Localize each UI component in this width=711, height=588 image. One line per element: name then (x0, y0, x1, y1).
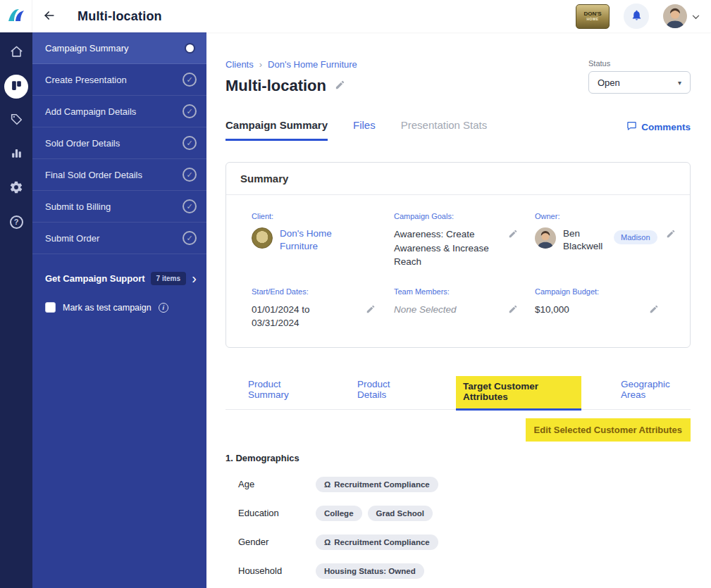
attribute-label: Gender (238, 537, 316, 547)
pencil-icon (366, 304, 376, 316)
avatar (663, 4, 687, 28)
rail-item-settings[interactable] (4, 176, 28, 200)
breadcrumb: Clients › Don's Home Furniture (225, 59, 357, 70)
edit-team-button[interactable] (507, 303, 519, 318)
check-circle-icon: ✓ (183, 104, 197, 118)
subtab-geographic-areas[interactable]: Geographic Areas (621, 379, 691, 409)
sidebar-item-campaign-summary[interactable]: Campaign Summary (32, 32, 206, 64)
pill-text: Grad School (376, 509, 424, 518)
summary-dates: Start/End Dates: 01/01/2024 to 03/31/202… (252, 287, 394, 330)
dates-label: Start/End Dates: (252, 287, 394, 296)
topbar: Multi-location DON'S HOME (0, 0, 711, 32)
tab-files[interactable]: Files (353, 119, 376, 141)
rail-item-help[interactable]: ? (4, 210, 28, 234)
breadcrumb-client-name[interactable]: Don's Home Furniture (268, 59, 357, 70)
comments-button[interactable]: Comments (626, 120, 691, 141)
sidebar-item-label: Final Sold Order Details (45, 170, 142, 180)
pencil-icon (335, 80, 345, 92)
budget-value: $10,000 (535, 303, 641, 317)
sidebar-item-label: Submit to Billing (45, 201, 111, 212)
sidebar-item-add-campaign-details[interactable]: Add Campaign Details ✓ (32, 96, 206, 127)
sidebar-item-final-sold-order-details[interactable]: Final Sold Order Details ✓ (32, 159, 206, 191)
owner-name: Ben Blackwell (563, 227, 607, 252)
sidebar-item-sold-order-details[interactable]: Sold Order Details ✓ (32, 127, 206, 159)
support-items-badge: 7 items (151, 272, 186, 285)
info-icon[interactable]: i (159, 303, 168, 313)
status-value: Open (598, 77, 620, 88)
home-icon (10, 45, 23, 61)
app-logo-icon (7, 6, 25, 27)
breadcrumb-clients[interactable]: Clients (225, 59, 254, 70)
sidebar-item-label: Submit Order (45, 233, 99, 244)
pencil-icon (508, 229, 518, 241)
summary-card-title: Summary (226, 163, 690, 195)
sidebar-item-submit-order[interactable]: Submit Order ✓ (32, 223, 206, 254)
bell-icon (631, 9, 643, 23)
gear-icon (9, 180, 23, 196)
app-logo[interactable] (0, 0, 32, 32)
test-campaign-label: Mark as test campaign (63, 303, 152, 313)
rail-item-dashboard[interactable] (4, 75, 28, 99)
help-icon: ? (10, 215, 23, 229)
owner-label: Owner: (535, 212, 677, 220)
summary-card: Summary Client: Don's Home Furniture Cam… (225, 162, 691, 348)
subtab-highlight: Target Customer Attributes (456, 376, 581, 408)
check-circle-icon: ✓ (183, 136, 197, 150)
sidebar-item-create-presentation[interactable]: Create Presentation ✓ (32, 64, 206, 96)
chat-bubble-icon (626, 120, 637, 133)
attribute-row-household: Household Housing Status: Owned (225, 563, 691, 579)
rail-item-reports[interactable] (4, 142, 28, 166)
get-campaign-support[interactable]: Get Campaign Support 7 items › (32, 271, 206, 285)
pill-text: Recruitment Compliance (334, 538, 429, 546)
sidebar-item-label: Add Campaign Details (45, 106, 136, 117)
attribute-pill: Housing Status: Owned (316, 563, 424, 579)
summary-owner: Owner: Ben Blackwell Madison (535, 212, 677, 269)
rail-item-home[interactable] (4, 41, 28, 65)
tag-icon (10, 113, 23, 128)
subtab-target-customer-attributes[interactable]: Target Customer Attributes (456, 376, 581, 411)
attribute-pill: Grad School (368, 506, 433, 521)
support-label: Get Campaign Support (45, 273, 145, 284)
check-circle-icon: ✓ (183, 168, 197, 182)
chevron-down-icon (692, 11, 700, 22)
status-select[interactable]: Open ▾ (588, 71, 691, 94)
subtab-product-summary[interactable]: Product Summary (248, 379, 318, 409)
pill-text: Housing Status: Owned (324, 567, 416, 575)
client-link[interactable]: Don's Home Furniture (280, 227, 345, 253)
back-button[interactable] (42, 8, 56, 25)
test-campaign-row: Mark as test campaign i (32, 302, 206, 313)
edit-selected-customer-attributes-link[interactable]: Edit Selected Customer Attributes (526, 418, 691, 442)
pill-text: Recruitment Compliance (334, 480, 429, 489)
status-label: Status (588, 59, 691, 68)
attribute-row-age: Age Ω Recruitment Compliance (225, 477, 691, 492)
edit-goals-button[interactable] (507, 227, 519, 242)
rail-item-tags[interactable] (4, 108, 28, 132)
tab-bar: Campaign Summary Files Presentation Stat… (225, 119, 691, 141)
summary-goals: Campaign Goals: Awareness: Create Awaren… (394, 212, 535, 269)
comments-label: Comments (641, 122, 691, 132)
attribute-label: Age (238, 479, 316, 489)
client-logo: DON'S HOME (576, 4, 610, 29)
edit-dates-button[interactable] (364, 303, 377, 318)
edit-owner-button[interactable] (664, 227, 677, 242)
client-logo-subtext: HOME (587, 18, 599, 21)
edit-budget-button[interactable] (648, 303, 660, 318)
check-circle-icon: ✓ (183, 199, 197, 213)
arrow-left-icon (42, 8, 56, 25)
check-circle-icon: ✓ (183, 231, 197, 245)
summary-client: Client: Don's Home Furniture (252, 212, 394, 269)
pencil-icon (649, 304, 659, 316)
tab-campaign-summary[interactable]: Campaign Summary (225, 119, 328, 141)
test-campaign-checkbox[interactable] (45, 302, 56, 313)
attribute-pill: Ω Recruitment Compliance (316, 534, 438, 550)
notifications-button[interactable] (624, 4, 649, 29)
user-menu[interactable] (663, 4, 700, 28)
attribute-row-education: Education College Grad School (225, 506, 691, 521)
edit-title-button[interactable] (333, 78, 347, 94)
pencil-icon (666, 229, 676, 241)
sidebar-item-submit-to-billing[interactable]: Submit to Billing ✓ (32, 191, 206, 223)
subtab-product-details[interactable]: Product Details (357, 379, 416, 409)
omega-icon: Ω (324, 480, 330, 489)
tab-presentation-stats[interactable]: Presentation Stats (401, 119, 488, 141)
sidebar: Campaign Summary Create Presentation ✓ A… (32, 32, 206, 588)
